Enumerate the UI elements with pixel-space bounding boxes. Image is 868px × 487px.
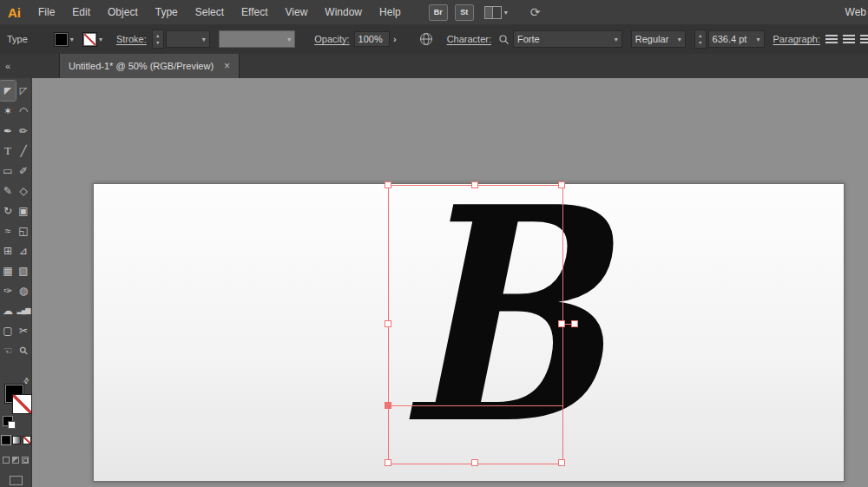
- rotate-tool[interactable]: ↻: [0, 201, 16, 220]
- scale-tool[interactable]: ▣: [16, 201, 31, 220]
- line-tool[interactable]: ╱: [16, 141, 31, 161]
- text-anchor-handle[interactable]: [385, 402, 391, 409]
- font-family-dropdown-icon[interactable]: ▾: [615, 36, 618, 43]
- character-panel-link[interactable]: Character:: [447, 34, 491, 44]
- font-size-down-icon[interactable]: ▾: [699, 39, 701, 46]
- stroke-color-control[interactable]: ▾: [82, 32, 102, 47]
- menu-edit[interactable]: Edit: [63, 0, 99, 24]
- blend-tool[interactable]: ◍: [16, 280, 31, 300]
- menu-effect[interactable]: Effect: [233, 0, 276, 24]
- workspace-switcher[interactable]: Web: [845, 6, 868, 18]
- document-tab[interactable]: Untitled-1* @ 50% (RGB/Preview) ×: [59, 54, 240, 78]
- slice-tool[interactable]: ✂: [16, 320, 31, 340]
- fill-dropdown-icon[interactable]: ▾: [70, 36, 74, 43]
- free-transform-tool[interactable]: ◱: [16, 220, 31, 240]
- draw-inside-icon[interactable]: [22, 457, 29, 464]
- graph-tool[interactable]: ▂▄▆: [16, 300, 31, 320]
- stroke-weight-dropdown-icon[interactable]: ▾: [202, 36, 206, 43]
- opacity-panel-link[interactable]: Opacity:: [314, 34, 349, 44]
- stroke-weight-stepper[interactable]: ▴ ▾: [152, 30, 164, 49]
- menu-file[interactable]: File: [30, 0, 63, 24]
- eraser-tool[interactable]: ◇: [16, 181, 31, 201]
- stroke-weight-combo[interactable]: ▾: [166, 30, 210, 48]
- hand-tool[interactable]: ☜: [0, 340, 16, 360]
- selection-handle[interactable]: [385, 320, 391, 327]
- screen-mode-icon[interactable]: [10, 476, 23, 485]
- gradient-tool[interactable]: ▧: [16, 260, 31, 280]
- selection-handle[interactable]: [558, 320, 565, 327]
- fill-color-control[interactable]: ▾: [54, 32, 74, 47]
- shaper-tool[interactable]: ✎: [0, 181, 16, 201]
- tab-close-icon[interactable]: ×: [224, 60, 230, 72]
- bridge-button[interactable]: Br: [429, 4, 448, 21]
- opacity-input[interactable]: 100%: [354, 31, 390, 47]
- stroke-dropdown-icon[interactable]: ▾: [99, 36, 102, 43]
- magic-wand-tool-icon: ✶: [3, 105, 12, 117]
- rectangle-tool[interactable]: ▭: [0, 161, 16, 181]
- stroke-panel-link[interactable]: Stroke:: [116, 34, 147, 44]
- menu-items: FileEditObjectTypeSelectEffectViewWindow…: [30, 0, 410, 24]
- direct-selection-tool[interactable]: ◸: [16, 81, 31, 101]
- stepper-down-icon[interactable]: ▾: [156, 39, 159, 46]
- menu-help[interactable]: Help: [371, 0, 410, 24]
- menu-window[interactable]: Window: [316, 0, 371, 24]
- opacity-chevron-icon[interactable]: ›: [390, 34, 400, 44]
- font-style-dropdown-icon[interactable]: ▾: [678, 36, 681, 43]
- menu-select[interactable]: Select: [187, 0, 233, 24]
- menu-view[interactable]: View: [277, 0, 317, 24]
- selection-handle[interactable]: [385, 459, 391, 466]
- selection-handle[interactable]: [385, 181, 391, 188]
- font-size-dropdown-icon[interactable]: ▾: [757, 36, 760, 43]
- mesh-tool[interactable]: ▦: [0, 260, 16, 280]
- selection-handle[interactable]: [471, 181, 478, 188]
- arrange-documents-icon[interactable]: [484, 6, 502, 19]
- draw-behind-icon[interactable]: [12, 457, 19, 464]
- canvas[interactable]: B: [32, 78, 868, 487]
- none-button[interactable]: [23, 436, 31, 444]
- menu-type[interactable]: Type: [147, 0, 187, 24]
- stroke-swatch[interactable]: [82, 32, 97, 47]
- default-fill-stroke-icon[interactable]: [3, 416, 13, 426]
- selection-extension-handle[interactable]: [571, 320, 578, 327]
- magic-wand-tool[interactable]: ✶: [0, 101, 16, 121]
- stroke-color-indicator[interactable]: [12, 394, 32, 414]
- artboard-tool-icon: ▢: [3, 325, 12, 337]
- align-center-icon[interactable]: [843, 35, 855, 44]
- align-right-icon[interactable]: [860, 35, 868, 44]
- toolbar-collapse-icon[interactable]: «: [0, 61, 33, 71]
- eyedropper-tool[interactable]: ✑: [0, 280, 16, 300]
- stepper-up-icon[interactable]: ▴: [156, 32, 159, 39]
- font-size-combo[interactable]: 636.4 pt ▾: [708, 30, 765, 48]
- zoom-tool[interactable]: ⚲: [16, 340, 31, 360]
- paragraph-panel-link[interactable]: Paragraph:: [773, 34, 820, 44]
- width-tool[interactable]: ≈: [0, 220, 16, 240]
- selection-handle[interactable]: [471, 459, 478, 466]
- type-tool[interactable]: T: [0, 141, 16, 161]
- perspective-grid-tool[interactable]: ⊿: [16, 240, 31, 260]
- stock-button[interactable]: St: [455, 4, 474, 21]
- fill-swatch[interactable]: [54, 32, 69, 47]
- font-size-stepper[interactable]: ▴ ▾: [694, 30, 707, 49]
- lasso-tool[interactable]: ◠: [16, 101, 31, 121]
- shape-builder-tool[interactable]: ⊞: [0, 240, 16, 260]
- font-style-combo[interactable]: Regular ▾: [631, 30, 686, 48]
- color-button[interactable]: [2, 436, 10, 444]
- symbol-sprayer-tool[interactable]: ☁: [0, 300, 16, 320]
- sync-settings-icon[interactable]: ⟳: [530, 5, 541, 19]
- arrange-documents-dropdown-icon[interactable]: ▾: [504, 9, 508, 16]
- paintbrush-tool[interactable]: ✐: [16, 161, 31, 181]
- font-size-up-icon[interactable]: ▴: [699, 32, 701, 39]
- draw-normal-icon[interactable]: [3, 457, 10, 464]
- font-search-icon[interactable]: [498, 34, 510, 45]
- menu-object[interactable]: Object: [99, 0, 147, 24]
- pen-tool[interactable]: ✒: [0, 121, 16, 141]
- selection-handle[interactable]: [558, 459, 565, 466]
- artboard-tool[interactable]: ▢: [0, 320, 16, 340]
- align-left-icon[interactable]: [825, 35, 838, 44]
- curvature-tool[interactable]: ✏: [16, 121, 31, 141]
- selection-tool[interactable]: ◤: [0, 81, 16, 101]
- gradient-button[interactable]: [12, 436, 21, 444]
- selection-handle[interactable]: [558, 181, 565, 188]
- font-family-combo[interactable]: Forte ▾: [513, 30, 622, 48]
- document-setup-globe-icon[interactable]: [419, 32, 433, 46]
